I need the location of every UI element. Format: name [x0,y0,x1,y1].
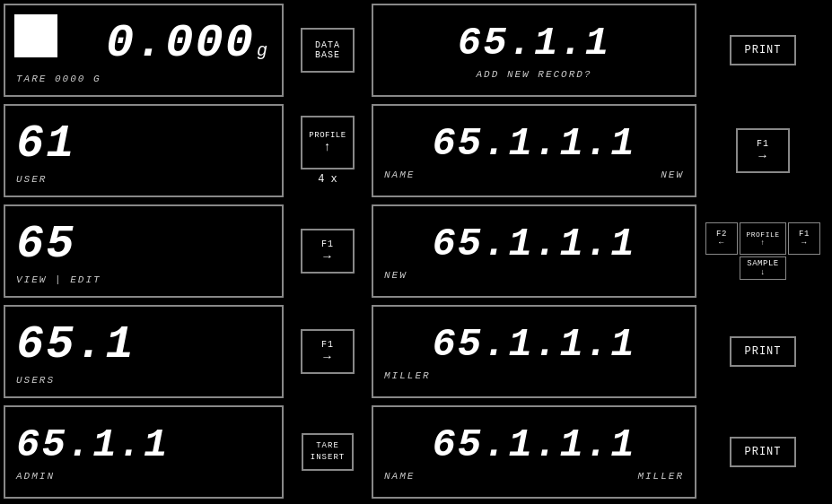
display-new: 65.1.1.1 NEW [372,204,696,298]
display-name-miller: 65.1.1.1 NAME MILLER [372,405,696,499]
admin-label: ADMIN [16,471,271,482]
name-miller-label: NAME MILLER [384,471,684,482]
record-label: ADD NEW RECORD? [384,69,684,80]
sample-button[interactable]: SAMPLE ↓ [740,256,786,280]
print-button-cell-r1: PRINT [700,0,826,100]
database-button[interactable]: DATA BASE [301,28,355,73]
name-new-label: NAME NEW [384,169,684,180]
view-edit-label: VIEW | EDIT [16,274,271,285]
tare-insert-cell: TARE INSERT [287,402,368,502]
f2-button[interactable]: F2 ← [705,222,738,255]
new-value: 65.1.1.1 [432,222,635,266]
name-new-value: 65.1.1.1 [432,121,635,166]
display-add-record: 65.1.1 ADD NEW RECORD? [372,4,696,97]
profile-sample-group: F2 ← PROFILE ↑ F1 → SAMPLE ↓ [705,222,820,280]
profile-button-r3[interactable]: PROFILE ↑ [740,222,786,255]
profile-button-cell: PROFILE ↑ 4 x [287,100,368,201]
miller-value: 65.1.1.1 [432,322,635,367]
profile-f1-row: F2 ← PROFILE ↑ F1 → [705,222,820,255]
display-view-edit: 65 VIEW | EDIT [4,204,284,298]
f1-button-r4[interactable]: F1 → [301,329,355,374]
display-name-new: 65.1.1.1 NAME NEW [372,104,696,197]
miller-label: MILLER [384,370,684,381]
display-admin: 65.1.1 ADMIN [4,405,284,499]
f1-button-r2[interactable]: F1 → [736,128,790,173]
print-button-r4[interactable]: PRINT [730,336,795,367]
f1-button-cell-r3: F1 → [287,201,368,301]
display-users: 65.1 USERS [4,305,284,398]
f1-button-cell-r2: F1 → [700,100,826,201]
profile-count: 4 x [318,173,337,186]
users-value: 65.1 [16,318,271,371]
record-value: 65.1.1 [458,21,610,65]
print-button-r5[interactable]: PRINT [730,437,795,467]
display-user: 61 USER [4,104,284,197]
weight-unit: g [257,40,267,61]
weight-value: 0.000 [106,17,255,70]
display-weight: 0.000 g TARE 0000 G [4,4,284,97]
name-miller-value: 65.1.1.1 [432,422,635,467]
weight-indicator [14,14,57,57]
tare-label: TARE 0000 G [16,74,271,84]
profile-sample-cell: F2 ← PROFILE ↑ F1 → SAMPLE ↓ [700,201,826,301]
profile-button[interactable]: PROFILE ↑ [301,116,355,169]
users-label: USERS [16,375,271,386]
tare-insert-button[interactable]: TARE INSERT [302,433,354,470]
display-miller: 65.1.1.1 MILLER [372,305,696,398]
view-edit-value: 65 [16,218,271,271]
user-value: 61 [16,117,271,170]
f1-button-cell-r4: F1 → [287,301,368,402]
user-label: USER [16,174,271,185]
admin-value: 65.1.1 [16,422,271,467]
print-button-cell-r5: PRINT [700,402,826,502]
print-button-cell-r4: PRINT [700,301,826,402]
database-button-cell: DATA BASE [287,0,368,100]
new-label: NEW [384,270,684,281]
print-button-r1[interactable]: PRINT [730,35,795,65]
f1-button-r3[interactable]: F1 → [301,229,355,274]
f1-button-r3b[interactable]: F1 → [788,222,820,255]
